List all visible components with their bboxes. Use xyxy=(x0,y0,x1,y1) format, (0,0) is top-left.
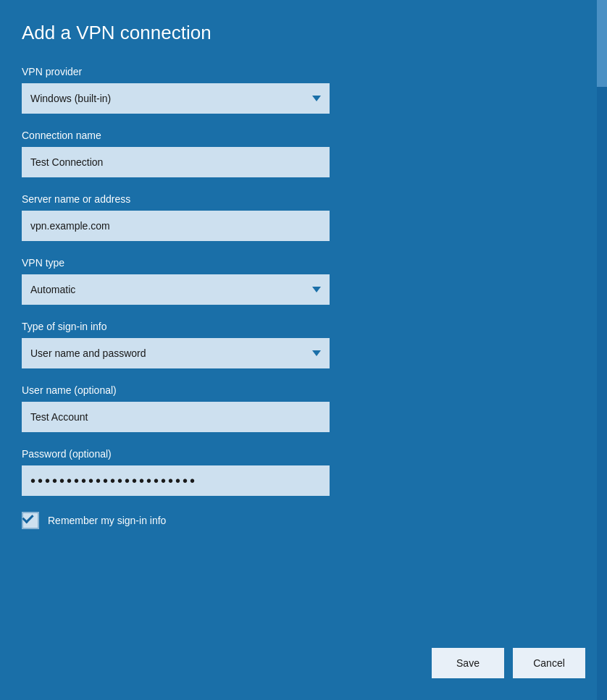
sign-in-type-select-wrapper: User name and password xyxy=(22,338,330,368)
username-label: User name (optional) xyxy=(22,384,585,396)
remember-signin-group: Remember my sign-in info xyxy=(22,512,585,529)
vpn-type-select-wrapper: Automatic xyxy=(22,274,330,305)
password-label: Password (optional) xyxy=(22,448,585,460)
server-name-input[interactable] xyxy=(22,211,330,241)
server-name-label: Server name or address xyxy=(22,193,585,205)
sign-in-type-select[interactable]: User name and password xyxy=(22,338,330,368)
button-bar: Save Cancel xyxy=(432,648,585,678)
scrollbar-thumb[interactable] xyxy=(597,0,607,87)
vpn-provider-select-wrapper: Windows (built-in) xyxy=(22,83,330,114)
password-input[interactable] xyxy=(22,465,330,496)
connection-name-input[interactable] xyxy=(22,147,330,177)
username-group: User name (optional) xyxy=(22,384,585,432)
vpn-type-label: VPN type xyxy=(22,257,585,269)
dialog-title: Add a VPN connection xyxy=(22,22,585,44)
remember-signin-label: Remember my sign-in info xyxy=(48,515,166,526)
cancel-button[interactable]: Cancel xyxy=(513,648,585,678)
vpn-provider-label: VPN provider xyxy=(22,66,585,77)
scrollbar-track xyxy=(597,0,607,700)
sign-in-type-label: Type of sign-in info xyxy=(22,321,585,332)
password-group: Password (optional) xyxy=(22,448,585,496)
sign-in-type-group: Type of sign-in info User name and passw… xyxy=(22,321,585,368)
connection-name-group: Connection name xyxy=(22,130,585,177)
vpn-provider-select[interactable]: Windows (built-in) xyxy=(22,83,330,114)
vpn-provider-group: VPN provider Windows (built-in) xyxy=(22,66,585,114)
connection-name-label: Connection name xyxy=(22,130,585,141)
vpn-dialog: Add a VPN connection VPN provider Window… xyxy=(0,0,607,700)
vpn-type-group: VPN type Automatic xyxy=(22,257,585,305)
username-input[interactable] xyxy=(22,402,330,432)
vpn-type-select[interactable]: Automatic xyxy=(22,274,330,305)
server-name-group: Server name or address xyxy=(22,193,585,241)
save-button[interactable]: Save xyxy=(432,648,504,678)
remember-signin-checkbox-wrapper[interactable] xyxy=(22,512,39,529)
